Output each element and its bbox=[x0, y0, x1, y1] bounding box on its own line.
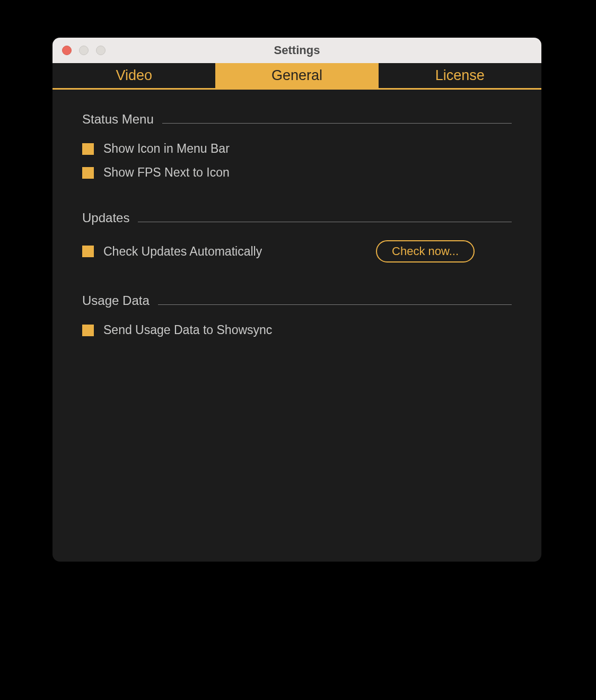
tab-general[interactable]: General bbox=[215, 63, 378, 88]
usage-data-title: Usage Data bbox=[82, 293, 150, 308]
show-fps-label: Show FPS Next to Icon bbox=[103, 165, 230, 180]
check-now-button[interactable]: Check now... bbox=[376, 240, 475, 262]
row-send-usage: Send Usage Data to Showsync bbox=[82, 323, 512, 337]
row-auto-check: Check Updates Automatically Check now... bbox=[82, 240, 512, 262]
window-title: Settings bbox=[52, 43, 541, 57]
section-rule bbox=[158, 304, 512, 305]
section-updates: Updates Check Updates Automatically Chec… bbox=[82, 211, 512, 262]
section-status-menu: Status Menu Show Icon in Menu Bar Show F… bbox=[82, 112, 512, 180]
section-usage-data: Usage Data Send Usage Data to Showsync bbox=[82, 293, 512, 337]
section-rule bbox=[138, 222, 512, 222]
tab-license[interactable]: License bbox=[379, 63, 541, 88]
traffic-lights bbox=[52, 46, 106, 55]
auto-check-checkbox[interactable] bbox=[82, 246, 94, 257]
show-icon-label: Show Icon in Menu Bar bbox=[103, 142, 230, 156]
auto-check-label: Check Updates Automatically bbox=[103, 244, 262, 259]
titlebar: Settings bbox=[52, 38, 541, 63]
tab-bar: Video General License bbox=[52, 63, 541, 90]
maximize-window-button[interactable] bbox=[96, 46, 106, 55]
show-icon-checkbox[interactable] bbox=[82, 143, 94, 155]
section-header: Updates bbox=[82, 211, 512, 225]
section-rule bbox=[162, 123, 512, 124]
status-menu-title: Status Menu bbox=[82, 112, 154, 127]
tab-video-label: Video bbox=[116, 67, 152, 84]
settings-window: Settings Video General License Status Me… bbox=[52, 38, 541, 562]
content-pane: Status Menu Show Icon in Menu Bar Show F… bbox=[52, 90, 541, 337]
row-show-icon: Show Icon in Menu Bar bbox=[82, 142, 512, 156]
row-right: Check now... bbox=[376, 240, 475, 262]
section-header: Status Menu bbox=[82, 112, 512, 127]
minimize-window-button[interactable] bbox=[79, 46, 89, 55]
send-usage-label: Send Usage Data to Showsync bbox=[103, 323, 272, 337]
row-show-fps: Show FPS Next to Icon bbox=[82, 165, 512, 180]
section-header: Usage Data bbox=[82, 293, 512, 308]
show-fps-checkbox[interactable] bbox=[82, 167, 94, 179]
tab-general-label: General bbox=[271, 67, 322, 84]
send-usage-checkbox[interactable] bbox=[82, 325, 94, 336]
tab-video[interactable]: Video bbox=[52, 63, 215, 88]
updates-title: Updates bbox=[82, 211, 129, 225]
close-window-button[interactable] bbox=[62, 46, 72, 55]
tab-license-label: License bbox=[435, 67, 485, 84]
